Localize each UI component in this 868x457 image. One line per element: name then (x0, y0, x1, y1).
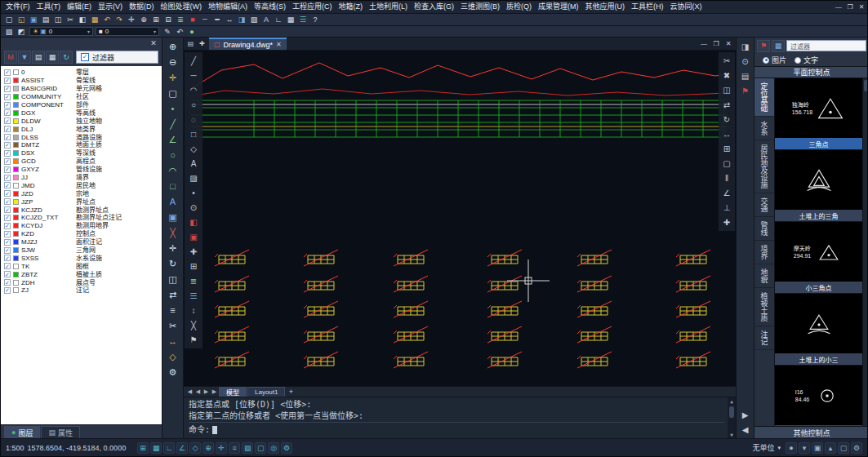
ellipse-tool-icon[interactable]: ◌ (186, 113, 201, 126)
delete-tool-icon[interactable]: ✖ (719, 69, 734, 82)
performance-icon[interactable]: ⚙ (851, 442, 862, 454)
layer-visible-checkbox[interactable]: ✓ (4, 142, 11, 149)
copy-icon[interactable]: ◧ (77, 15, 88, 25)
circle-tool-icon[interactable]: ○ (186, 98, 201, 112)
radio-图片[interactable]: 图片 (763, 55, 786, 65)
radio-文字[interactable]: 文字 (795, 55, 818, 65)
otrack-icon[interactable]: ⊕ (203, 442, 214, 454)
hatch-tool-icon[interactable]: ▨ (186, 171, 201, 185)
plot-preview-icon[interactable]: ◫ (52, 15, 64, 25)
insert-block-icon[interactable]: ▣ (165, 210, 181, 224)
model-first-icon[interactable]: ◀ (186, 387, 194, 397)
layer-row-JZD[interactable]: ✓JZD宗地 (1, 189, 162, 197)
layer-lock-icon[interactable]: ▣ (40, 28, 47, 35)
stretch-mod-icon[interactable]: ↔ (719, 127, 734, 141)
panel-tab-属性[interactable]: ▤属性 (41, 426, 80, 438)
checkbox-checked-icon[interactable]: ✓ (81, 53, 89, 61)
layer-visible-checkbox[interactable]: ✓ (4, 86, 11, 92)
layer-color-swatch[interactable] (13, 231, 19, 237)
layer-visible-checkbox[interactable]: ✓ (4, 198, 11, 205)
snap-icon[interactable]: ⊞ (137, 442, 149, 454)
layer-color-swatch[interactable] (13, 135, 19, 140)
flag-icon[interactable]: ⚑ (738, 84, 753, 97)
other-control-points-section[interactable]: 其他控制点 (754, 426, 868, 438)
draw-line-icon[interactable]: ╱ (165, 117, 181, 131)
doc-restore-icon[interactable]: ❒ (710, 38, 722, 49)
menu-item-2[interactable]: 工具(T) (33, 1, 65, 13)
draw-circle-icon[interactable]: ○ (165, 148, 181, 162)
flag-tool-icon[interactable]: ⚑ (186, 333, 201, 347)
transparency-icon[interactable]: ▨ (242, 442, 253, 454)
layer-visible-checkbox[interactable]: ✓ (4, 94, 11, 100)
dyn-input-icon[interactable]: ✛ (216, 442, 227, 454)
layer-visible-checkbox[interactable]: ✓ (4, 158, 11, 165)
layer-visible-checkbox[interactable]: ✓ (4, 175, 11, 181)
refresh-icon[interactable]: ↻ (60, 51, 73, 64)
layer-color-swatch[interactable] (13, 183, 19, 189)
layer-visible-checkbox[interactable]: ✓ (4, 134, 11, 140)
layer-color-swatch[interactable] (13, 239, 19, 245)
layer-color-swatch[interactable] (13, 166, 19, 172)
layer-color-swatch[interactable] (13, 264, 19, 269)
workspace-icon[interactable]: ⚙ (281, 442, 292, 454)
layer-color-swatch[interactable] (13, 280, 19, 286)
trim-icon[interactable]: ✂ (165, 318, 181, 333)
menu-item-4[interactable]: 显示(V) (95, 1, 126, 13)
layer-color-swatch[interactable] (13, 199, 19, 205)
layer-visible-checkbox[interactable]: ✓ (4, 78, 11, 84)
donut-tool-icon[interactable]: ⊙ (186, 201, 201, 215)
window-close-icon[interactable]: ✕ (856, 2, 867, 12)
block-insert-icon[interactable]: ◧ (186, 215, 201, 229)
trim-tool-icon[interactable]: ✂ (719, 54, 734, 68)
layer-color-swatch[interactable] (13, 102, 19, 108)
arc-tool-icon[interactable]: ◠ (186, 83, 201, 97)
symbol-card-5[interactable]: I1684.46 (775, 366, 862, 426)
layer-visible-checkbox[interactable]: ✓ (4, 271, 11, 277)
layer-color-swatch[interactable] (13, 110, 19, 116)
menu-item-7[interactable]: 地物编辑(A) (205, 1, 251, 13)
select-box-icon[interactable]: ▢ (165, 86, 181, 100)
annotation-scale-icon[interactable]: ◎ (268, 442, 279, 454)
layer-previous-icon[interactable]: ↶ (174, 26, 185, 37)
layer-row-MJZJ[interactable]: ✓MJZJ面积注记 (1, 238, 162, 246)
menu-item-9[interactable]: 工程应用(C) (289, 1, 336, 13)
menu-item-15[interactable]: 成果管理(M) (535, 1, 582, 13)
polar-icon[interactable]: ∠ (176, 442, 188, 454)
menu-item-13[interactable]: 三维测图(B) (457, 1, 503, 13)
hatch-icon[interactable]: ▨ (248, 15, 260, 25)
copy-mod-icon[interactable]: ◫ (719, 83, 734, 97)
command-line[interactable]: 指定基点或 [位移(D)] <位移>: 指定第二点的位移或者 <使用第一点当做位… (184, 397, 736, 438)
point-tool-icon[interactable]: • (186, 186, 201, 200)
layer-row-0[interactable]: ✓0零层 (1, 69, 162, 77)
linetype-icon[interactable]: ┄ (199, 15, 211, 25)
menu-item-18[interactable]: 云协同(X) (667, 1, 706, 13)
xline-tool-icon[interactable]: ─ (186, 69, 201, 82)
layer-color-swatch[interactable] (13, 207, 19, 213)
layer-visible-checkbox[interactable]: ✓ (4, 150, 11, 157)
layer-row-ASSIST[interactable]: ✓ASSIST骨架线 (1, 77, 162, 85)
layer-combo[interactable]: ☀▣ 0 ▾ (29, 27, 93, 36)
user-icon[interactable]: ● (786, 442, 797, 454)
chamfer-mod-icon[interactable]: ⊥ (719, 201, 734, 215)
layer-row-DLJ[interactable]: ✓DLJ地类界 (1, 125, 162, 133)
pin-icon[interactable]: ⚑ (757, 40, 770, 52)
paste-icon[interactable]: ▦ (89, 15, 100, 25)
chevron-down-icon[interactable]: ▾ (777, 445, 781, 451)
layer-visible-checkbox[interactable]: ✓ (4, 190, 11, 197)
line-tool-icon[interactable]: ╱ (186, 54, 201, 68)
layer-isolate-icon[interactable]: ◩ (16, 26, 27, 37)
selection-cycling-icon[interactable]: ▢ (255, 442, 266, 454)
layer-visible-checkbox[interactable]: ✓ (4, 263, 11, 269)
layer-color-swatch[interactable] (13, 158, 19, 164)
layer-color-swatch[interactable] (13, 118, 19, 124)
block-icon[interactable]: ◨ (236, 15, 247, 25)
zoom-previous-icon[interactable]: ⊟ (162, 15, 174, 25)
symbol-card-caption[interactable]: 土堆上的小三 (775, 353, 862, 365)
layer-row-JJ[interactable]: ✓JJ境界 (1, 174, 162, 182)
save-icon[interactable]: ▣ (28, 15, 39, 25)
layer-visible-checkbox[interactable]: ✓ (4, 215, 11, 221)
menu-item-8[interactable]: 等高线(S) (251, 1, 289, 13)
menu-item-12[interactable]: 检查入库(G) (411, 1, 457, 13)
layer-row-ZDH[interactable]: ✓ZDH展点号 (1, 278, 162, 286)
layer-on-icon[interactable]: ☀ (33, 28, 38, 35)
